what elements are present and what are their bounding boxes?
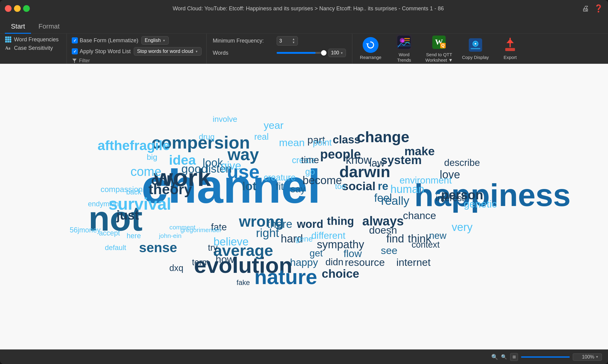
tab-start[interactable]: Start (5, 20, 31, 34)
svg-rect-4 (7, 39, 9, 40)
word-frequencies-item[interactable]: Word Frequencies (5, 36, 62, 43)
zoom-value-box[interactable]: 100% ▼ (573, 353, 602, 361)
word-cloud-word: how (216, 253, 234, 265)
word-cloud-word: lot (242, 180, 257, 193)
word-cloud-word: change (357, 128, 409, 146)
svg-rect-29 (471, 48, 480, 49)
word-cloud-word: just (116, 208, 139, 223)
zoom-slider[interactable] (521, 356, 570, 358)
word-cloud-word: genetic (464, 198, 497, 210)
words-value-chevron: ▼ (340, 51, 343, 55)
word-cloud-word: accept (99, 229, 120, 237)
svg-rect-0 (5, 36, 7, 38)
export-svg (502, 37, 518, 53)
base-form-checkbox[interactable] (72, 37, 78, 43)
tab-format[interactable]: Format (32, 20, 66, 34)
svg-point-30 (475, 43, 476, 45)
word-trends-button[interactable]: WordTrends (392, 34, 416, 63)
zoom-in-icon[interactable]: 🔍 (501, 354, 507, 360)
svg-rect-34 (505, 48, 515, 51)
export-icon (502, 37, 518, 53)
zoom-reset-button[interactable]: ⊞ (510, 353, 518, 361)
word-cloud-word: resource (345, 256, 385, 268)
send-to-qtt-button[interactable]: W Q Send to QTTWorksheet ▼ (425, 34, 453, 63)
case-sensitivity-label: Case Sensitivity (14, 45, 53, 51)
copy-display-button[interactable]: Copy Display (462, 37, 489, 60)
copy-display-label: Copy Display (462, 55, 489, 60)
rearrange-button[interactable]: Rearrange (358, 37, 383, 60)
word-cloud-word: sense (139, 240, 177, 255)
window-title: Word Cloud: YouTube: Etcoff: Happiness a… (35, 5, 582, 12)
word-cloud-word: real (254, 132, 269, 142)
header-section: Start Format (0, 17, 608, 64)
maximize-button[interactable] (23, 5, 30, 12)
svg-rect-8 (9, 41, 11, 43)
svg-rect-5 (9, 39, 11, 40)
word-cloud-word: very (452, 221, 473, 234)
word-cloud-word: gene (295, 234, 313, 244)
toolbar: Word Frequencies Aa Case Sensitivity Bas… (0, 33, 608, 64)
svg-rect-1 (7, 36, 9, 38)
word-cloud-word: year (264, 119, 284, 131)
zoom-reset-icon: ⊞ (513, 355, 516, 359)
word-cloud-word: try (208, 242, 218, 252)
word-cloud-word: dxq (169, 263, 183, 273)
base-form-select[interactable]: English ▼ (141, 36, 169, 45)
word-cloud-word: drug (199, 132, 215, 142)
spinbox-up[interactable]: ▲ (292, 38, 295, 41)
stop-word-select[interactable]: Stop words for word cloud ▼ (134, 47, 202, 56)
filter-row[interactable]: Filter (72, 58, 202, 64)
printer-icon[interactable]: 🖨 (582, 4, 589, 13)
word-cloud-word: there (267, 218, 292, 231)
word-cloud-word: internet (396, 256, 431, 268)
base-form-checkbox-wrap: Base Form (Lemmatize) (72, 37, 138, 44)
word-cloud-word: doesn (369, 224, 397, 236)
case-sensitivity-icon: Aa (5, 45, 12, 51)
filter-icon (72, 58, 77, 64)
spinbox-down[interactable]: ▼ (292, 41, 295, 44)
word-cloud-word: big (147, 153, 157, 162)
spinbox-arrows: ▲ ▼ (292, 38, 295, 44)
zoom-fill (521, 356, 570, 358)
words-slider[interactable] (277, 52, 325, 54)
export-button[interactable]: Export (498, 37, 522, 60)
word-cloud-word: 56jmoney (70, 226, 100, 234)
help-icon[interactable]: ❓ (594, 4, 603, 13)
min-freq-spinbox[interactable]: 3 ▲ ▼ (277, 36, 298, 46)
words-value: 100 (331, 50, 339, 56)
bottom-bar: 🔍 🔍 ⊞ 100% ▼ (0, 349, 608, 364)
words-slider-thumb[interactable] (321, 50, 326, 56)
word-cloud-word: too (335, 182, 346, 191)
zoom-out-icon[interactable]: 🔍 (491, 354, 498, 360)
word-cloud-word: see (381, 245, 398, 256)
zoom-chevron: ▼ (596, 355, 599, 359)
svg-text:Aa: Aa (5, 46, 10, 50)
word-cloud-word: different (311, 230, 345, 241)
word-cloud-word: mean (279, 137, 305, 149)
word-cloud-word: involve (213, 115, 237, 124)
stop-word-checkbox[interactable] (72, 48, 78, 54)
words-value-select[interactable]: 100 ▼ (328, 49, 346, 57)
copy-display-svg (468, 37, 483, 53)
word-cloud-word: re (378, 180, 388, 193)
close-button[interactable] (5, 5, 12, 12)
word-cloud-word: law (369, 157, 385, 169)
case-sensitivity-item[interactable]: Aa Case Sensitivity (5, 45, 62, 51)
stop-word-label: Apply Stop Word List (80, 48, 131, 55)
word-cloud-word: didn (326, 257, 344, 268)
word-cloud-word: class (333, 133, 360, 146)
word-cloud-word: give (221, 160, 241, 172)
word-cloud-word: time (301, 155, 319, 166)
stop-word-checkbox-wrap: Apply Stop Word List (72, 48, 131, 55)
toolbar-actions: Rearrange (352, 34, 528, 64)
min-freq-label: Minimum Frequency: (213, 38, 274, 44)
rearrange-svg (366, 40, 375, 50)
word-cloud-word: fake (237, 279, 250, 287)
word-cloud-word: word (297, 218, 323, 231)
minimize-button[interactable] (14, 5, 21, 12)
send-to-qtt-icon: W Q (431, 34, 447, 50)
titlebar: Word Cloud: YouTube: Etcoff: Happiness a… (0, 0, 608, 17)
word-cloud-word: say (291, 184, 306, 195)
filter-label: Filter (79, 58, 90, 64)
word-cloud-word: back (126, 188, 141, 196)
